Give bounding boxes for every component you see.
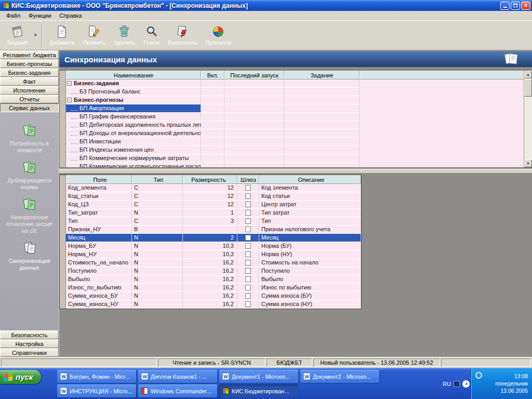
edit-button[interactable]: Править: [78, 23, 109, 47]
sidebar-item[interactable]: Факт: [0, 77, 59, 86]
sidebar-item[interactable]: Справочники: [0, 348, 59, 357]
gateway-checkbox[interactable]: [245, 293, 251, 299]
language-indicator[interactable]: RU: [443, 381, 451, 387]
budget-dropdown-button[interactable]: ▼: [32, 23, 39, 47]
chevron-left-icon[interactable]: ◄: [462, 380, 470, 388]
field-row[interactable]: Код_ЦЗC12Центр затрат: [60, 201, 361, 209]
scroll-up-button[interactable]: ▲: [524, 71, 532, 78]
field-row[interactable]: Сумма_износа_БУN16,2Сумма износа (БУ): [60, 292, 361, 300]
scroll-down-button[interactable]: ▼: [524, 159, 532, 167]
sync-row[interactable]: БП Коммерческие нормируемые затраты: [60, 154, 532, 163]
sidebar-item[interactable]: Настройка: [0, 339, 59, 348]
collapse-icon[interactable]: −: [67, 81, 72, 86]
taskbar-button[interactable]: WДокумент1 - Microso...: [219, 370, 298, 383]
gateway-checkbox[interactable]: [245, 185, 251, 191]
taskbar-button[interactable]: WДиплом Казаков1 - ...: [138, 370, 217, 383]
sidebar-icon-item[interactable]: Синхронизация данных: [3, 241, 57, 271]
column-header[interactable]: Вкл.: [201, 71, 224, 79]
close-button[interactable]: ×: [521, 2, 530, 10]
field-row[interactable]: Стоимость_на_началоN16,2Стоимость на нач…: [60, 259, 361, 267]
add-button[interactable]: Добавить: [45, 23, 79, 47]
gateway-checkbox[interactable]: [245, 268, 251, 274]
field-row[interactable]: Износ_по_выбытиюN16,2Износ по выбытию: [60, 284, 361, 292]
minimize-button[interactable]: [500, 2, 510, 10]
gateway-checkbox[interactable]: [245, 301, 251, 307]
view-button[interactable]: Просмотр: [201, 23, 235, 47]
field-row[interactable]: ПоступилоN16,2Поступило: [60, 267, 361, 275]
gateway-checkbox[interactable]: [245, 260, 251, 265]
menu-item[interactable]: Функции: [24, 11, 55, 20]
sidebar-icon-item[interactable]: Некорректное отнесение затрат на с/с: [3, 197, 57, 234]
sync-row[interactable]: −Бизнес-задания: [60, 79, 532, 88]
sidebar-item[interactable]: Отчеты: [0, 95, 59, 103]
field-row[interactable]: Код_элементаC12Код элемента: [60, 184, 361, 192]
search-button[interactable]: Поиск: [139, 23, 163, 47]
taskbar-button[interactable]: КИС:Бюджетирован...: [219, 384, 298, 397]
taskbar-button[interactable]: WИНСТРУКЦИЯ - Micro...: [57, 384, 136, 397]
clock-icon[interactable]: [475, 372, 482, 379]
sidebar-icon-item[interactable]: Дублирующиеся нормы: [3, 161, 57, 191]
gateway-checkbox[interactable]: [245, 243, 251, 249]
taskbar-button[interactable]: WБатрин, Фомин - Micr...: [57, 370, 136, 383]
sync-row[interactable]: БП Амортизация: [60, 104, 532, 113]
column-header[interactable]: Последний запуск: [224, 71, 284, 79]
sync-row[interactable]: БП Коммерческие условно-постоянные расхо…: [60, 163, 532, 168]
sidebar-item[interactable]: Бизнес-прогнозы: [0, 59, 59, 68]
sync-row[interactable]: БП Дебиторская задолженность прошлых лет: [60, 121, 532, 129]
collapse-icon[interactable]: −: [67, 98, 72, 102]
column-header[interactable]: Наименование: [66, 71, 201, 79]
column-header[interactable]: Размерность: [183, 175, 237, 184]
gateway-checkbox[interactable]: [245, 202, 251, 207]
gateway-checkbox[interactable]: [245, 218, 251, 224]
sync-row[interactable]: БП Индексы изменения цен: [60, 146, 532, 154]
gateway-checkbox[interactable]: [245, 235, 251, 241]
column-header[interactable]: Задание: [284, 71, 360, 79]
sidebar-icon-item[interactable]: Потребность в элементе: [3, 124, 57, 154]
budget-button[interactable]: Бюджет: [3, 23, 32, 47]
start-button[interactable]: пуск: [0, 370, 41, 384]
column-header[interactable]: Описание: [259, 175, 361, 184]
splitter[interactable]: [59, 169, 532, 174]
sidebar-item[interactable]: Безопасность: [0, 330, 59, 339]
taskbar-button[interactable]: WДокумент2 - Microso...: [300, 370, 379, 383]
field-row[interactable]: Норма_БУN10,3Норма (БУ): [60, 242, 361, 250]
field-row[interactable]: Признак_НУBПризнак налогового учета: [60, 225, 361, 234]
delete-button[interactable]: Удалить: [109, 23, 139, 47]
restore-button[interactable]: [511, 2, 520, 10]
sidebar-item[interactable]: Бизнес-задания: [0, 68, 59, 77]
field-row[interactable]: ВыбылоN16,2Выбыло: [60, 275, 361, 284]
documents-icon[interactable]: [503, 52, 520, 67]
sync-row[interactable]: БП Доходы от внереализационной деятельно…: [60, 129, 532, 138]
gateway-checkbox[interactable]: [245, 276, 251, 282]
sync-row[interactable]: −Бизнес-прогнозы: [60, 96, 532, 104]
field-type: N: [132, 300, 183, 309]
column-header[interactable]: Тип: [132, 175, 183, 184]
run-button[interactable]: Выполнить: [164, 23, 201, 47]
sidebar-item[interactable]: Исполнение: [0, 86, 59, 95]
column-header[interactable]: Поле: [66, 175, 132, 184]
field-row[interactable]: Тип_затратN1Тип затрат: [60, 209, 361, 217]
gateway-checkbox[interactable]: [245, 227, 251, 232]
scrollbar-thumb[interactable]: [524, 79, 532, 97]
gateway-checkbox[interactable]: [245, 193, 251, 199]
scrollbar-track[interactable]: [524, 78, 532, 159]
gateway-checkbox[interactable]: [245, 285, 251, 290]
field-row[interactable]: ТипC3Тип: [60, 217, 361, 225]
sidebar-item[interactable]: Сервис данных: [0, 103, 59, 112]
tray-app-icon[interactable]: [454, 381, 460, 387]
field-row[interactable]: МесяцN2Месяц: [60, 234, 361, 242]
gateway-checkbox[interactable]: [245, 210, 251, 216]
sidebar-item[interactable]: Регламент бюджета: [0, 50, 59, 59]
field-row[interactable]: Норма_НУN10,3Норма (НУ): [60, 250, 361, 259]
sync-row[interactable]: БП Инвестиции: [60, 138, 532, 146]
gateway-checkbox[interactable]: [245, 251, 251, 257]
column-header[interactable]: Шлюз: [237, 175, 259, 184]
menu-item[interactable]: Файл: [2, 11, 24, 20]
sync-row[interactable]: БП График финансирования: [60, 113, 532, 121]
field-row[interactable]: Код_статьиC12Код статьи: [60, 192, 361, 201]
menu-item[interactable]: Справка: [55, 11, 86, 20]
vertical-scrollbar[interactable]: ▲ ▼: [524, 71, 532, 167]
sync-row[interactable]: БЗ Прогнозный баланс: [60, 88, 532, 96]
field-row[interactable]: Сумма_износа_НУN16,2Сумма износа (НУ): [60, 300, 361, 309]
taskbar-button[interactable]: Windows Commander...: [138, 384, 217, 397]
